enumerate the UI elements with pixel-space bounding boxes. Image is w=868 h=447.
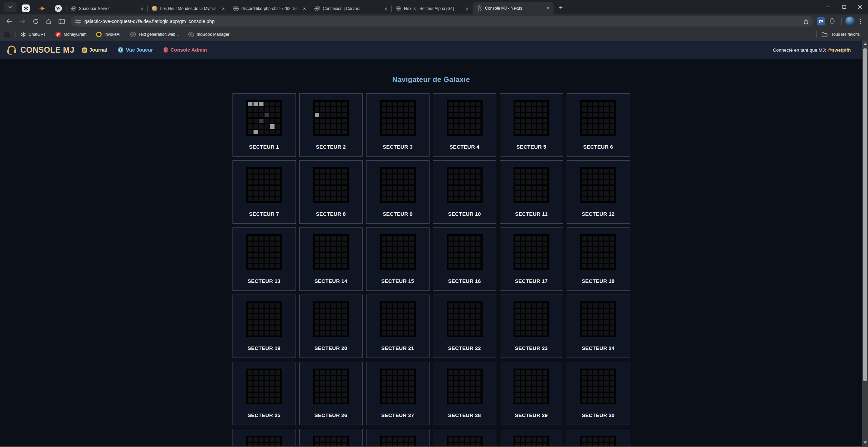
- tab-close-icon[interactable]: ✕: [302, 6, 307, 11]
- sector-card[interactable]: SECTEUR 3: [366, 93, 430, 157]
- browser-tab[interactable]: Console MJ - Nexus ✕: [473, 2, 554, 14]
- pinned-tab-gemini[interactable]: [34, 2, 50, 14]
- sector-card[interactable]: SECTEUR 1: [232, 93, 296, 157]
- sector-card[interactable]: SECTEUR 14: [299, 227, 363, 291]
- sector-cell: [588, 381, 592, 386]
- bookmark-item[interactable]: Text generation web...: [130, 32, 179, 37]
- sector-cell: [582, 174, 587, 179]
- minimize-button[interactable]: [820, 0, 836, 14]
- nav-item-journal[interactable]: Journal: [82, 47, 107, 53]
- scrollbar-down-arrow[interactable]: [862, 440, 868, 445]
- sector-card[interactable]: SECTEUR 21: [366, 295, 430, 358]
- sector-card-partial[interactable]: [433, 429, 496, 447]
- home-button[interactable]: [43, 15, 54, 27]
- sector-card[interactable]: SECTEUR 15: [366, 227, 430, 291]
- sector-cell: [599, 398, 603, 403]
- bookmark-item[interactable]: InvokeAI: [96, 32, 121, 37]
- sector-card[interactable]: SECTEUR 13: [232, 227, 296, 291]
- sector-card[interactable]: SECTEUR 25: [232, 362, 296, 425]
- url-text[interactable]: galactic-pve-conquest-c7fe.dev.flatlogic…: [84, 19, 799, 24]
- sector-cell: [543, 253, 547, 257]
- sector-cell: [599, 236, 603, 241]
- nav-item-console-admin[interactable]: Console Admin: [163, 47, 207, 53]
- sector-cell: [459, 197, 464, 201]
- pinned-tab-chatgpt[interactable]: [18, 2, 34, 14]
- sector-cell: [382, 247, 386, 252]
- browser-tab[interactable]: Nexus - Secteur Alpha [G1] ✕: [392, 3, 473, 14]
- sector-card[interactable]: SECTEUR 26: [299, 362, 363, 425]
- close-button[interactable]: [852, 0, 868, 14]
- bookmark-star-icon[interactable]: [803, 19, 809, 24]
- scrollbar-up-arrow[interactable]: [862, 41, 868, 47]
- browser-tab[interactable]: Connexion | Corvara ✕: [310, 3, 391, 14]
- site-info-icon[interactable]: [75, 19, 81, 24]
- sector-cell: [532, 119, 536, 123]
- profile-avatar[interactable]: [845, 17, 855, 26]
- sector-card[interactable]: SECTEUR 18: [567, 227, 630, 291]
- browser-tab[interactable]: Les Neuf Mondes de la Mythol ✕: [148, 3, 229, 14]
- sector-card[interactable]: SECTEUR 19: [232, 295, 296, 358]
- address-bar[interactable]: galactic-pve-conquest-c7fe.dev.flatlogic…: [71, 16, 813, 26]
- bookmark-item[interactable]: ChatGPT: [20, 32, 46, 37]
- sector-cell: [476, 102, 480, 106]
- sector-card[interactable]: SECTEUR 5: [500, 93, 563, 157]
- sector-cell: [582, 191, 587, 196]
- scrollbar-thumb[interactable]: [863, 48, 867, 381]
- all-bookmarks[interactable]: Tous les favoris: [815, 31, 863, 38]
- tab-close-icon[interactable]: ✕: [220, 6, 226, 11]
- sector-cell: [454, 247, 458, 252]
- sector-card[interactable]: SECTEUR 4: [433, 93, 496, 157]
- sector-card[interactable]: SECTEUR 22: [433, 295, 496, 358]
- browser-tab[interactable]: discord-like-php-chat-7262.dev ✕: [229, 3, 310, 14]
- sector-card[interactable]: SECTEUR 28: [433, 362, 496, 425]
- extensions-puzzle-button[interactable]: [826, 15, 838, 27]
- side-panel-button[interactable]: [56, 15, 68, 27]
- bookmark-item[interactable]: mdBook Manager: [188, 32, 229, 37]
- browser-menu-button[interactable]: [856, 17, 865, 25]
- sector-card[interactable]: SECTEUR 10: [433, 160, 496, 224]
- sector-card-partial[interactable]: [299, 429, 363, 447]
- sector-card[interactable]: SECTEUR 20: [299, 295, 363, 358]
- apps-grid-icon[interactable]: [5, 32, 10, 37]
- tab-close-icon[interactable]: ✕: [139, 6, 145, 11]
- bookmark-item[interactable]: MoneyGram: [55, 32, 86, 37]
- sector-cell: [337, 437, 341, 442]
- sector-card[interactable]: SECTEUR 12: [567, 160, 630, 224]
- back-button[interactable]: [3, 15, 15, 27]
- extension-button[interactable]: [817, 17, 825, 25]
- sector-card[interactable]: SECTEUR 6: [567, 93, 630, 157]
- sector-card[interactable]: SECTEUR 9: [366, 160, 430, 224]
- sector-card[interactable]: SECTEUR 23: [500, 295, 563, 358]
- site-brand[interactable]: CONSOLE MJ: [6, 45, 74, 55]
- sector-cell: [326, 253, 330, 257]
- browser-tab[interactable]: Spacebar Server ✕: [66, 3, 147, 14]
- sector-card[interactable]: SECTEUR 16: [433, 227, 496, 291]
- tab-search-button[interactable]: [4, 2, 17, 12]
- sector-card-partial[interactable]: [500, 429, 563, 447]
- nav-item-vue-joueur[interactable]: Vue Joueur: [117, 47, 153, 53]
- tab-close-icon[interactable]: ✕: [464, 6, 470, 11]
- new-tab-button[interactable]: +: [556, 2, 566, 13]
- tab-close-icon[interactable]: ✕: [545, 6, 551, 11]
- forward-button[interactable]: [17, 15, 28, 27]
- sector-card[interactable]: SECTEUR 8: [299, 160, 363, 224]
- page-scrollbar[interactable]: [862, 41, 868, 446]
- sector-mini-grid: [246, 369, 282, 404]
- sector-card[interactable]: SECTEUR 30: [567, 362, 630, 425]
- tab-close-icon[interactable]: ✕: [383, 6, 389, 11]
- sector-card[interactable]: SECTEUR 11: [500, 160, 563, 224]
- sector-card[interactable]: SECTEUR 7: [232, 160, 296, 224]
- reload-button[interactable]: [30, 15, 41, 27]
- sector-card[interactable]: SECTEUR 24: [567, 295, 630, 358]
- sector-card-partial[interactable]: [232, 429, 296, 447]
- sector-cell: [604, 381, 609, 386]
- sector-card[interactable]: SECTEUR 2: [299, 93, 363, 157]
- sector-card-partial[interactable]: [567, 429, 630, 447]
- sector-card-partial[interactable]: [366, 429, 430, 447]
- maximize-button[interactable]: [836, 0, 852, 14]
- sector-card[interactable]: SECTEUR 17: [500, 227, 563, 291]
- page-content: CONSOLE MJ Journal Vue Joueur Console Ad…: [0, 41, 868, 447]
- sector-card[interactable]: SECTEUR 27: [366, 362, 430, 425]
- pinned-tab-wordpress[interactable]: W: [50, 2, 66, 14]
- sector-card[interactable]: SECTEUR 29: [500, 362, 563, 425]
